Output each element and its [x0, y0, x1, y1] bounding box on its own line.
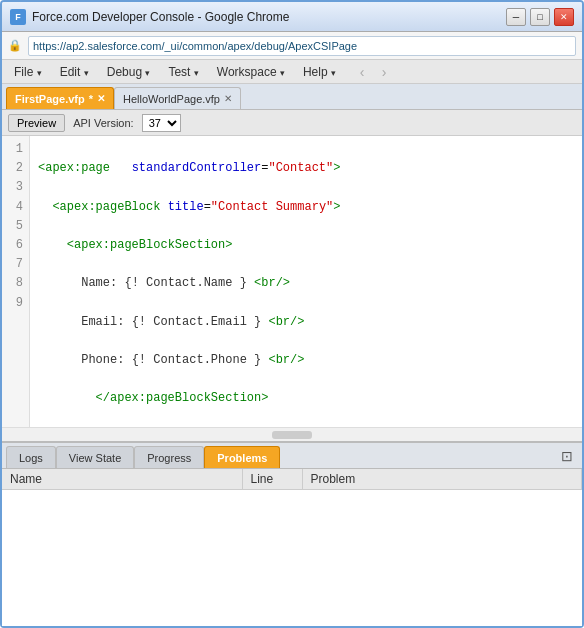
- minimize-button[interactable]: ─: [506, 8, 526, 26]
- tab-close-helloworldpage[interactable]: ✕: [224, 93, 232, 104]
- tab-close-firstpage[interactable]: ✕: [97, 93, 105, 104]
- editor-tabs: FirstPage.vfp * ✕ HelloWorldPage.vfp ✕: [2, 84, 582, 110]
- menu-debug[interactable]: Debug ▾: [99, 63, 159, 81]
- menu-bar: File ▾ Edit ▾ Debug ▾ Test ▾ Workspace ▾…: [2, 60, 582, 84]
- tab-firstpage[interactable]: FirstPage.vfp * ✕: [6, 87, 114, 109]
- panel-tab-problems[interactable]: Problems: [204, 446, 280, 468]
- menu-edit[interactable]: Edit ▾: [52, 63, 97, 81]
- menu-test[interactable]: Test ▾: [160, 63, 206, 81]
- maximize-button[interactable]: □: [530, 8, 550, 26]
- code-content[interactable]: 1 2 3 4 5 6 7 8 9 <apex:page standardCon…: [2, 136, 582, 427]
- address-bar: 🔒: [2, 32, 582, 60]
- empty-panel-area: [2, 490, 582, 626]
- app-icon: F: [10, 9, 26, 25]
- menu-workspace[interactable]: Workspace ▾: [209, 63, 293, 81]
- window-controls: ─ □ ✕: [506, 8, 574, 26]
- bottom-panel: Logs View State Progress Problems ⊡ Name…: [2, 441, 582, 626]
- col-name: Name: [2, 469, 242, 490]
- panel-tab-logs[interactable]: Logs: [6, 446, 56, 468]
- col-line: Line: [242, 469, 302, 490]
- code-editor: 1 2 3 4 5 6 7 8 9 <apex:page standardCon…: [2, 136, 582, 441]
- lock-icon: 🔒: [8, 39, 22, 52]
- panel-tabs: Logs View State Progress Problems ⊡: [2, 443, 582, 469]
- api-version-label: API Version:: [73, 117, 134, 129]
- menu-file[interactable]: File ▾: [6, 63, 50, 81]
- horizontal-scrollbar[interactable]: [2, 427, 582, 441]
- api-version-select[interactable]: 37: [142, 114, 181, 132]
- app-icon-letter: F: [15, 12, 21, 22]
- app-window: F Force.com Developer Console - Google C…: [0, 0, 584, 628]
- tab-helloworldpage[interactable]: HelloWorldPage.vfp ✕: [114, 87, 241, 109]
- editor-toolbar: Preview API Version: 37: [2, 110, 582, 136]
- preview-button[interactable]: Preview: [8, 114, 65, 132]
- line-numbers: 1 2 3 4 5 6 7 8 9: [2, 136, 30, 427]
- menu-help[interactable]: Help ▾: [295, 63, 344, 81]
- nav-back-button[interactable]: ‹: [352, 63, 372, 81]
- panel-expand-button[interactable]: ⊡: [556, 445, 578, 467]
- title-bar: F Force.com Developer Console - Google C…: [2, 2, 582, 32]
- panel-content: Name Line Problem: [2, 469, 582, 626]
- code-text[interactable]: <apex:page standardController="Contact">…: [30, 136, 582, 427]
- url-input[interactable]: [28, 36, 576, 56]
- nav-forward-button[interactable]: ›: [374, 63, 394, 81]
- close-button[interactable]: ✕: [554, 8, 574, 26]
- col-problem: Problem: [302, 469, 582, 490]
- problems-table: Name Line Problem: [2, 469, 582, 490]
- panel-tab-progress[interactable]: Progress: [134, 446, 204, 468]
- window-title: Force.com Developer Console - Google Chr…: [32, 10, 506, 24]
- panel-tab-viewstate[interactable]: View State: [56, 446, 134, 468]
